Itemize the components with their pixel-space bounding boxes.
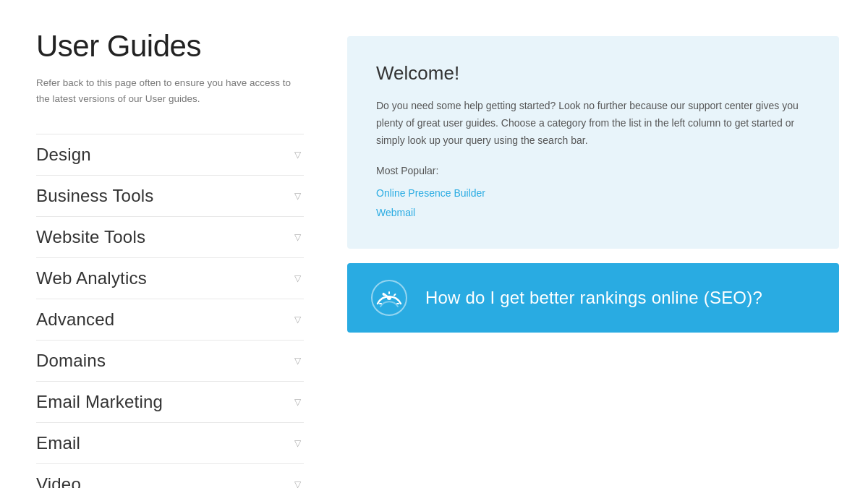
nav-item[interactable]: Website Tools▽ bbox=[36, 217, 304, 258]
nav-item[interactable]: Advanced▽ bbox=[36, 299, 304, 341]
nav-item-label: Business Tools bbox=[36, 186, 153, 206]
popular-link[interactable]: Online Presence Builder bbox=[376, 184, 810, 203]
chevron-down-icon: ▽ bbox=[294, 232, 301, 242]
most-popular-label: Most Popular: bbox=[376, 165, 810, 176]
nav-item[interactable]: Email▽ bbox=[36, 423, 304, 464]
chevron-down-icon: ▽ bbox=[294, 314, 301, 325]
nav-item-label: Advanced bbox=[36, 309, 114, 330]
nav-item[interactable]: Web Analytics▽ bbox=[36, 258, 304, 299]
svg-line-6 bbox=[383, 294, 385, 296]
chevron-down-icon: ▽ bbox=[294, 479, 301, 488]
chevron-down-icon: ▽ bbox=[294, 191, 301, 201]
nav-item-label: Web Analytics bbox=[36, 268, 147, 288]
svg-line-7 bbox=[394, 294, 396, 296]
seo-banner-text: How do I get better rankings online (SEO… bbox=[425, 288, 762, 308]
page-description: Refer back to this page often to ensure … bbox=[36, 75, 304, 108]
nav-item-label: Email bbox=[36, 433, 80, 453]
speedometer-icon bbox=[370, 279, 408, 317]
seo-banner[interactable]: How do I get better rankings online (SEO… bbox=[347, 263, 839, 333]
nav-item[interactable]: Domains▽ bbox=[36, 341, 304, 382]
welcome-card: Welcome! Do you need some help getting s… bbox=[347, 36, 839, 249]
left-column: User Guides Refer back to this page ofte… bbox=[36, 29, 304, 488]
right-column: Welcome! Do you need some help getting s… bbox=[347, 29, 839, 488]
nav-item[interactable]: Design▽ bbox=[36, 134, 304, 176]
welcome-title: Welcome! bbox=[376, 62, 810, 85]
popular-link[interactable]: Webmail bbox=[376, 203, 810, 223]
nav-item-label: Domains bbox=[36, 351, 106, 371]
popular-links: Online Presence BuilderWebmail bbox=[376, 184, 810, 222]
chevron-down-icon: ▽ bbox=[294, 397, 301, 407]
nav-item-label: Email Marketing bbox=[36, 392, 163, 412]
svg-point-2 bbox=[387, 296, 391, 300]
nav-item-label: Website Tools bbox=[36, 227, 145, 247]
chevron-down-icon: ▽ bbox=[294, 273, 301, 283]
nav-item[interactable]: Email Marketing▽ bbox=[36, 382, 304, 423]
chevron-down-icon: ▽ bbox=[294, 150, 301, 160]
chevron-down-icon: ▽ bbox=[294, 356, 301, 366]
nav-item-label: Video bbox=[36, 474, 81, 488]
nav-item[interactable]: Video▽ bbox=[36, 464, 304, 488]
welcome-body: Do you need some help getting started? L… bbox=[376, 98, 810, 149]
nav-item-label: Design bbox=[36, 145, 91, 165]
nav-list: Design▽Business Tools▽Website Tools▽Web … bbox=[36, 134, 304, 488]
page-title: User Guides bbox=[36, 29, 304, 64]
nav-item[interactable]: Business Tools▽ bbox=[36, 176, 304, 217]
chevron-down-icon: ▽ bbox=[294, 438, 301, 448]
